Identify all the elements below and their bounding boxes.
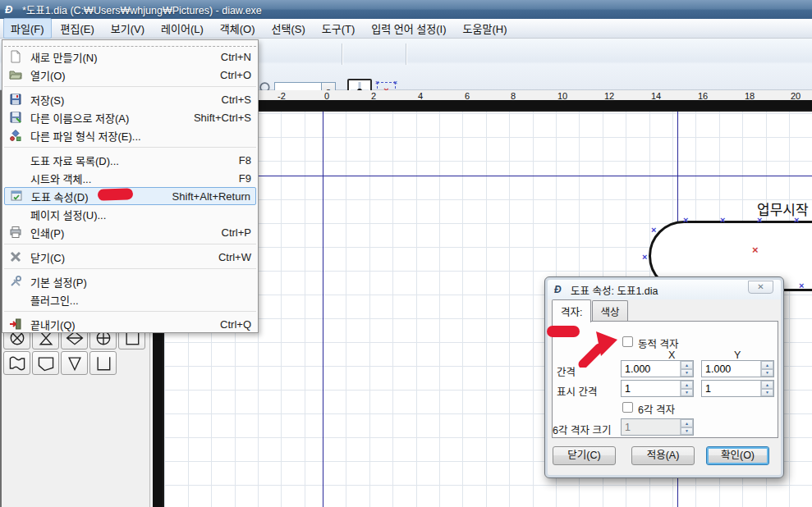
dia-app-icon: Ð [5, 3, 17, 16]
shape-label[interactable]: 업무시작 [757, 199, 809, 219]
dialog-title-bar[interactable]: Ð 도표 속성: 도표1.dia [548, 280, 781, 299]
red-annotation-arrow [575, 328, 621, 368]
close-icon [9, 250, 24, 263]
no-icon [9, 208, 24, 221]
spacing-y-input[interactable] [702, 361, 760, 377]
spacing-x-spinbox[interactable]: ▲▼ [621, 360, 694, 377]
spacing-x-input[interactable] [622, 361, 680, 377]
shape-quadrilateral-button[interactable] [32, 351, 59, 375]
menu-select[interactable]: 선택(S) [264, 18, 313, 39]
menu-item-export[interactable]: 다른 파일 형식 저장(E)... [2, 126, 258, 144]
menu-layer[interactable]: 레이어(L) [154, 18, 211, 39]
ruler-label: 4 [418, 91, 423, 101]
ruler-label: 8 [511, 91, 516, 101]
no-icon [9, 293, 24, 306]
hex-size-label: 6각 격자 크기 [553, 422, 611, 437]
visible-spacing-label: 표시 간격 [557, 383, 597, 399]
menu-help[interactable]: 도움말(H) [456, 18, 515, 39]
menu-item-quit[interactable]: 끝내기(Q)Ctrl+Q [2, 315, 258, 333]
open-folder-icon [9, 68, 24, 81]
connection-point-icon: × [651, 226, 656, 235]
menu-file[interactable]: 파일(F) [3, 18, 52, 39]
connection-point-icon: × [642, 253, 647, 262]
properties-icon [10, 190, 25, 203]
dialog-title: 도표 속성: 도표1.dia [571, 282, 658, 298]
toolbar-separator [406, 43, 406, 65]
menu-view[interactable]: 보기(V) [103, 18, 152, 39]
spin-up-icon[interactable]: ▲ [681, 381, 693, 389]
menu-input-language[interactable]: 입력 언어 설정(I) [364, 18, 453, 39]
connection-point-icon: × [683, 216, 688, 225]
menu-item-open[interactable]: 열기(O)Ctrl+O [2, 66, 258, 84]
window-title: *도표1.dia (C:₩Users₩whjung₩Pictures) - di… [22, 2, 262, 17]
no-icon [9, 153, 24, 167]
spin-down-icon[interactable]: ▼ [681, 389, 693, 397]
spin-up-icon[interactable]: ▲ [761, 361, 773, 369]
menu-item-save-as[interactable]: 다른 이름으로 저장(A)Shift+Ctrl+S [2, 108, 258, 126]
print-icon [9, 226, 24, 239]
horizontal-ruler: -2 0 2 4 6 8 10 12 14 16 18 20 [164, 90, 812, 112]
ruler-label: 20 [791, 91, 801, 101]
menu-item-print[interactable]: 인쇄(P)Ctrl+P [2, 223, 258, 241]
menu-separator [2, 308, 258, 315]
save-icon [9, 93, 24, 106]
quit-exit-icon [9, 317, 24, 331]
ruler-label: 2 [371, 91, 376, 101]
ruler-major-ticks [164, 90, 812, 110]
tab-colors[interactable]: 색상 [592, 300, 627, 322]
ok-button[interactable]: 확인(O) [706, 446, 769, 465]
ruler-label: 16 [698, 91, 708, 101]
tab-grid[interactable]: 격자: [552, 299, 591, 322]
shape-handle-cross-icon[interactable]: × [752, 244, 759, 255]
toolbar-separator [342, 43, 342, 65]
ruler-label: 12 [151, 450, 161, 466]
menu-item-close[interactable]: 닫기(C)Ctrl+W [2, 248, 258, 266]
menu-object[interactable]: 객체(O) [213, 18, 263, 39]
menu-item-plugins[interactable]: 플러그인... [2, 290, 258, 308]
shape-flag-button[interactable] [3, 351, 30, 375]
save-as-icon [9, 111, 24, 124]
ruler-label: 8 [151, 359, 161, 367]
spin-down-icon[interactable]: ▼ [761, 369, 773, 377]
hex-grid-checkbox[interactable] [622, 402, 633, 413]
dynamic-grid-checkbox[interactable] [622, 336, 633, 347]
hex-grid-label: 6각 격자 [638, 401, 675, 417]
visible-spacing-y-spinbox[interactable]: ▲▼ [701, 380, 774, 397]
shape-open-rect-button[interactable] [89, 351, 117, 375]
file-menu-dropdown: 새로 만들기(N)Ctrl+N 열기(O)Ctrl+O 저장(S)Ctrl+S … [2, 39, 259, 333]
ruler-label: 12 [604, 91, 614, 101]
visible-spacing-x-spinbox[interactable]: ▲▼ [621, 380, 694, 397]
menu-edit[interactable]: 편집(E) [53, 18, 102, 39]
ruler-label: 18 [745, 91, 755, 101]
spin-up-icon[interactable]: ▲ [761, 381, 773, 389]
ruler-label: 10 [151, 402, 161, 418]
spin-down-icon[interactable]: ▼ [761, 389, 773, 397]
spin-up-icon: ▲ [681, 419, 693, 427]
spacing-label: 간격 [557, 363, 576, 379]
spin-down-icon: ▼ [681, 427, 693, 436]
menu-item-preferences[interactable]: 기본 설정(P) [2, 272, 258, 290]
menu-item-page-setup[interactable]: 페이지 설정(U)... [2, 205, 258, 223]
menu-tools[interactable]: 도구(T) [314, 18, 363, 39]
spacing-y-spinbox[interactable]: ▲▼ [701, 360, 774, 377]
visible-spacing-x-input[interactable] [622, 381, 680, 396]
spin-down-icon[interactable]: ▼ [681, 369, 693, 377]
title-bar: Ð *도표1.dia (C:₩Users₩whjung₩Pictures) - … [0, 0, 812, 19]
menu-tearoff-handle[interactable] [4, 41, 256, 47]
no-icon [9, 171, 24, 185]
shape-triangle-down-button[interactable] [61, 351, 88, 375]
menu-item-save[interactable]: 저장(S)Ctrl+S [2, 90, 258, 108]
ruler-label: 14 [651, 91, 661, 101]
page-boundary-line [164, 176, 812, 176]
menu-item-diagram-tree[interactable]: 도표 자료 목록(D)...F8 [2, 151, 258, 169]
preferences-tools-icon [9, 275, 24, 288]
apply-button[interactable]: 적용(A) [631, 446, 695, 465]
menu-item-sheets-objects[interactable]: 시트와 객체...F9 [2, 169, 258, 187]
dialog-close-button[interactable]: ✕ [748, 281, 773, 294]
menu-separator [2, 266, 258, 272]
menu-item-new[interactable]: 새로 만들기(N)Ctrl+N [2, 48, 258, 66]
app-window: Ð *도표1.dia (C:₩Users₩whjung₩Pictures) - … [0, 0, 812, 507]
visible-spacing-y-input[interactable] [702, 381, 760, 396]
spin-up-icon[interactable]: ▲ [681, 361, 693, 369]
close-button[interactable]: 닫기(C) [553, 446, 616, 465]
